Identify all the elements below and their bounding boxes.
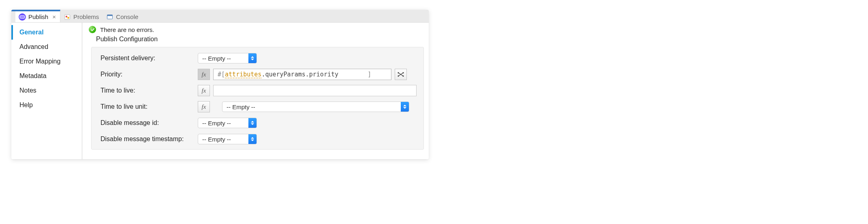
expr-token: . <box>261 71 265 78</box>
tab-publish-label: Publish <box>28 13 48 20</box>
main-content: There are no errors. Publish Configurati… <box>82 23 429 159</box>
close-icon[interactable]: × <box>52 13 56 20</box>
svg-point-6 <box>67 17 69 18</box>
expr-token: . <box>306 71 309 78</box>
problems-icon <box>64 13 71 21</box>
select-disable-message-id-value: -- Empty -- <box>198 118 248 128</box>
map-button[interactable] <box>395 69 407 80</box>
expression-input-priority[interactable]: #[ attributes . queryParams . priority ] <box>213 69 391 80</box>
ok-check-icon <box>89 26 96 33</box>
tab-console-label: Console <box>116 13 138 20</box>
tab-bar: Publish × Problems Console <box>11 10 429 23</box>
select-ttl-unit[interactable]: -- Empty -- <box>222 101 409 112</box>
label-priority: Priority: <box>100 71 198 78</box>
tab-console[interactable]: Console <box>103 10 142 22</box>
console-icon <box>106 13 113 21</box>
sidebar-item-metadata[interactable]: Metadata <box>11 69 82 83</box>
sidebar-item-help[interactable]: Help <box>11 98 82 112</box>
status-message: There are no errors. <box>100 26 154 33</box>
select-disable-message-timestamp[interactable]: -- Empty -- <box>198 134 257 144</box>
tab-bar-leading-highlight <box>11 10 15 22</box>
svg-point-1 <box>21 17 21 17</box>
svg-rect-8 <box>107 15 113 16</box>
config-field-group: Persistent delivery: -- Empty -- Priorit… <box>91 47 424 150</box>
sidebar-item-error-mapping[interactable]: Error Mapping <box>11 54 82 69</box>
fx-toggle-priority[interactable]: fx <box>198 69 210 80</box>
chevron-updown-icon[interactable] <box>248 53 257 63</box>
expr-token: #[ <box>218 71 225 78</box>
tab-problems-label: Problems <box>73 13 99 20</box>
label-ttl-unit: Time to live unit: <box>100 103 198 110</box>
chevron-updown-icon[interactable] <box>248 118 257 128</box>
section-title: Publish Configuration <box>96 36 426 43</box>
select-disable-message-timestamp-value: -- Empty -- <box>198 134 248 144</box>
expr-token: queryParams <box>265 71 305 78</box>
label-ttl: Time to live: <box>100 87 198 94</box>
chevron-updown-icon[interactable] <box>248 134 257 144</box>
svg-point-3 <box>23 17 24 17</box>
expr-token: priority <box>309 71 338 78</box>
select-persistent-delivery-value: -- Empty -- <box>198 53 248 63</box>
expr-token: attributes <box>225 71 261 78</box>
sidebar-item-notes[interactable]: Notes <box>11 83 82 98</box>
properties-panel: Publish × Problems Console <box>11 10 429 159</box>
select-disable-message-id[interactable]: -- Empty -- <box>198 118 257 128</box>
fx-toggle-ttl[interactable]: fx <box>198 85 210 96</box>
label-persistent-delivery: Persistent delivery: <box>100 55 198 62</box>
mapping-icon <box>397 71 404 78</box>
svg-rect-4 <box>64 15 70 19</box>
expr-token: ] <box>368 71 371 78</box>
select-ttl-unit-value: -- Empty -- <box>222 102 401 112</box>
svg-point-2 <box>22 17 23 17</box>
chevron-updown-icon[interactable] <box>401 102 409 112</box>
publish-icon <box>19 13 26 21</box>
sidebar-nav: General Advanced Error Mapping Metadata … <box>11 23 82 159</box>
svg-point-5 <box>66 15 67 17</box>
tab-publish[interactable]: Publish × <box>15 10 60 22</box>
sidebar-item-advanced[interactable]: Advanced <box>11 40 82 54</box>
select-persistent-delivery[interactable]: -- Empty -- <box>198 53 257 63</box>
label-disable-message-id: Disable message id: <box>100 119 198 127</box>
fx-toggle-ttl-unit[interactable]: fx <box>198 101 210 112</box>
label-disable-message-timestamp: Disable message timestamp: <box>100 135 198 143</box>
expr-token <box>338 71 368 78</box>
tab-problems[interactable]: Problems <box>60 10 103 22</box>
input-ttl[interactable] <box>213 85 417 96</box>
sidebar-item-general[interactable]: General <box>11 25 82 40</box>
